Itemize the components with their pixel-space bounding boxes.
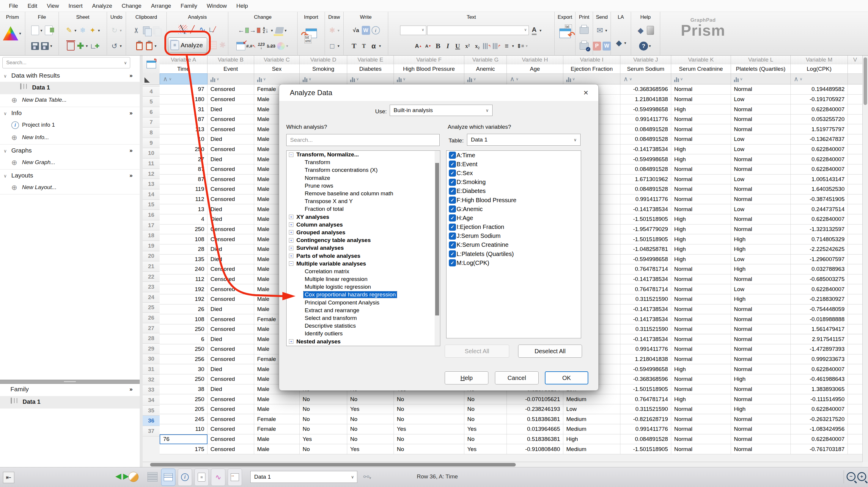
column-title-13[interactable]: Log(CPK) [791,64,848,73]
cell-r22-c2[interactable]: Censored [208,294,254,304]
cell-r11-c11[interactable]: Normal [671,184,731,194]
cell-r27-c1[interactable]: 250 [160,344,208,355]
cell-r30-c10[interactable]: -0.368368596 [620,374,671,385]
subscript-icon[interactable]: x₂ [473,40,482,52]
column-type-icon-2[interactable]: ∨ [208,73,254,85]
cell-r25-c12[interactable]: Normal [731,324,791,334]
cell-r12-c14[interactable] [848,194,863,205]
cell-r33-c6[interactable]: No [394,404,464,415]
paste-icon[interactable] [152,24,160,36]
cell-r26-c14[interactable] [848,334,863,344]
column-title-9[interactable]: Ejection Fraction [563,64,620,73]
cell-r9-c2[interactable]: Censored [208,164,254,175]
cell-r4-c1[interactable]: 87 [160,115,208,125]
analyze-button[interactable]: Analyze [168,37,208,53]
cell-r31-c1[interactable]: 38 [160,385,208,395]
row-number-16[interactable]: 16 [143,210,160,220]
cell-r14-c12[interactable]: Normal [731,214,791,224]
delete-sheet-icon[interactable] [66,40,75,52]
cell-r10-c10[interactable]: 1.671301962 [620,175,671,185]
cell-r6-c2[interactable]: Died [208,134,254,145]
select-all-button[interactable]: Select All [445,344,509,358]
pin-sheet-icon[interactable]: ✦ [88,24,97,36]
sidebar-item-new-graph-[interactable]: ⊕New Graph... [0,157,140,169]
sort-az-icon[interactable]: AZ↓ [261,24,270,36]
analysis-item-normalize[interactable]: Normalize [286,174,440,182]
cell-r5-c12[interactable]: Normal [731,124,791,134]
horizontal-scrollbar-thumb[interactable] [150,463,516,466]
cell-r16-c2[interactable]: Censored [208,234,254,244]
cell-r24-c10[interactable]: -0.141738534 [620,314,671,324]
cell-r25-c13[interactable]: 1.561479417 [791,324,848,334]
cell-r21-c1[interactable]: 192 [160,284,208,294]
sidebar-search-input[interactable]: Search...∨ [2,57,130,68]
cell-r17-c12[interactable]: High [731,244,791,254]
row-number-5[interactable]: 5 [143,97,160,107]
column-type-icon-5[interactable]: ∨ [347,73,394,85]
row-number-36[interactable]: 36 [143,416,160,426]
analysis-item-identify-outliers[interactable]: Identify outliers [286,330,440,337]
open-file-icon[interactable] [44,24,53,36]
cell-r17-c13[interactable]: -2.225242625 [791,244,848,254]
undo-icon[interactable]: ↺ [110,40,119,52]
cell-r8-c1[interactable]: 27 [160,154,208,164]
cell-r28-c1[interactable]: 256 [160,355,208,365]
cell-r11-c10[interactable]: 0.084891528 [620,184,671,194]
underline-icon[interactable]: U [453,40,462,52]
checked-checkbox-icon[interactable]: ✓ [449,160,456,168]
cell-r2-c12[interactable]: Low [731,95,791,105]
cell-r18-c12[interactable]: Low [731,254,791,265]
cell-r3-c12[interactable]: Normal [731,104,791,115]
cell-r11-c12[interactable]: Normal [731,184,791,194]
cell-r15-c14[interactable] [848,224,863,235]
cell-r35-c10[interactable]: 0.991411776 [620,424,671,434]
column-letter-13[interactable]: Variable M [791,56,848,64]
cell-r27-c13[interactable]: -1.472897393 [791,344,848,355]
cell-r35-c4[interactable]: No [300,424,347,434]
cell-r7-c13[interactable]: 0.622840007 [791,145,848,155]
column-type-icon-1[interactable]: ∧∨ [160,73,208,85]
sidebar-item-data-1[interactable]: Data 1 [0,82,140,94]
column-type-icon-6[interactable]: ∨ [394,73,464,85]
analysis-item-transform-normalize-[interactable]: −Transform, Normalize... [286,151,440,158]
row-number-23[interactable]: 23 [143,282,160,292]
cell-r37-c8[interactable]: -0.910808480 [507,444,563,454]
section-collapse-icon[interactable]: ∨ [4,173,7,179]
cell-r32-c10[interactable]: 0.764781714 [620,394,671,404]
add-info-icon[interactable]: i [371,24,380,36]
column-type-icon-4[interactable]: ∨ [300,73,347,85]
cell-r34-c7[interactable]: No [464,414,507,424]
row-number-25[interactable]: 25 [143,303,160,313]
duplicate-analysis-icon[interactable] [208,39,217,51]
cell-r34-c8[interactable]: 0.518386381 [507,414,563,424]
cell-r25-c10[interactable]: 0.311521590 [620,324,671,334]
cell-r24-c12[interactable]: Normal [731,314,791,324]
cell-r14-c1[interactable]: 4 [160,214,208,224]
analysis-item-survival-analyses[interactable]: +Survival analyses [286,244,440,252]
nonlinear-fit-icon[interactable]: ∿ [198,24,207,35]
cell-r35-c5[interactable]: No [347,424,394,434]
variable-item-d-smoking[interactable]: ✓D:Smoking [446,178,581,187]
cell-r10-c13[interactable]: 1.005143147 [791,175,848,185]
row-number-33[interactable]: 33 [143,385,160,395]
cell-r36-c6[interactable]: No [394,434,464,445]
row-number-7[interactable]: 7 [143,117,160,128]
cell-r34-c14[interactable] [848,414,863,424]
analysis-item-prune-rows[interactable]: Prune rows [286,182,440,190]
redo-icon[interactable]: ↻ [110,24,119,36]
tab-info[interactable]: i [178,468,192,486]
analysis-item-parts-of-whole-analyses[interactable]: +Parts of whole analyses [286,252,440,260]
cell-r36-c4[interactable]: Yes [300,434,347,445]
cell-r27-c14[interactable] [848,344,863,355]
decimal-format-icon[interactable]: #.#↖ [246,40,256,52]
cell-r30-c13[interactable]: -0.461988643 [791,374,848,385]
cell-r36-c5[interactable]: No [347,434,394,445]
cell-r33-c13[interactable]: 0.622840007 [791,404,848,415]
cell-r5-c11[interactable]: Normal [671,124,731,134]
cell-r11-c2[interactable]: Censored [208,184,254,194]
interpolate-icon[interactable] [178,24,187,35]
sidebar-item-new-info-[interactable]: ⊕New Info... [0,132,140,144]
search-sheets-icon[interactable] [128,472,138,482]
cell-r25-c1[interactable]: 250 [160,324,208,334]
section-more-icon[interactable]: » [129,72,132,79]
